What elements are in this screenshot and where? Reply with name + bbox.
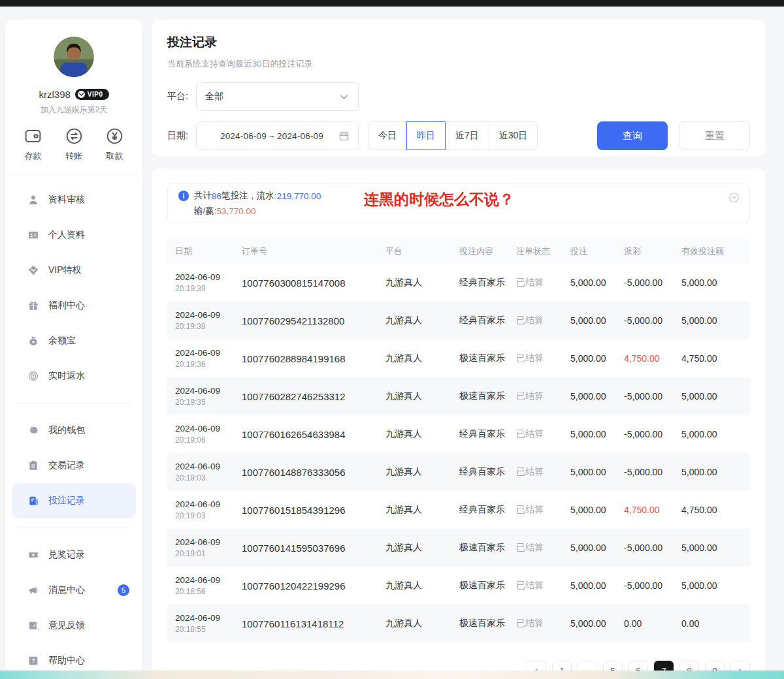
sidebar-item-profile-audit[interactable]: 资料审核 bbox=[12, 182, 136, 217]
cell-platform: 九游真人 bbox=[378, 580, 451, 592]
column-header: 有效投注额 bbox=[674, 245, 750, 257]
action-label: 存款 bbox=[25, 150, 42, 162]
sidebar-item-label: 资料审核 bbox=[48, 194, 85, 206]
table-row: 2024-06-0920:19:381007760295421132800九游真… bbox=[167, 302, 750, 340]
unread-badge: 5 bbox=[118, 584, 129, 596]
cell-bet-content: 经典百家乐 bbox=[451, 466, 508, 478]
table-row: 2024-06-0920:19:031007760148876333056九游真… bbox=[167, 453, 750, 491]
winloss-value: 53,770.00 bbox=[217, 206, 256, 216]
withdraw-button[interactable]: 取款 bbox=[105, 127, 124, 162]
quick-last30-button[interactable]: 近30日 bbox=[489, 121, 538, 150]
cell-status: 已结算 bbox=[508, 580, 563, 592]
cell-valid-bet: 0.00 bbox=[674, 618, 750, 629]
cell-payout: -5,000.00 bbox=[616, 580, 674, 591]
sidebar-item-label: 实时返水 bbox=[48, 370, 85, 382]
platform-select-value: 全部 bbox=[205, 91, 338, 103]
sidebar-item-bet-records[interactable]: 投注记录 bbox=[12, 483, 136, 518]
transfer-button[interactable]: 转账 bbox=[65, 127, 84, 162]
cell-date: 2024-06-0920:19:03 bbox=[167, 462, 234, 482]
vip-icon bbox=[27, 264, 39, 276]
avatar[interactable] bbox=[54, 37, 94, 77]
sidebar-item-label: 我的钱包 bbox=[48, 424, 85, 436]
cell-order-number: 1007760116131418112 bbox=[234, 618, 378, 629]
cell-order-number: 1007760288984199168 bbox=[234, 353, 378, 364]
deposit-icon bbox=[24, 127, 42, 146]
top-black-bar bbox=[0, 0, 784, 7]
cell-valid-bet: 4,750.00 bbox=[674, 505, 750, 515]
quick-last7-button[interactable]: 近7日 bbox=[445, 121, 489, 150]
cell-order-number: 1007760141595037696 bbox=[234, 543, 378, 554]
sidebar-item-redeem-records[interactable]: 兑奖记录 bbox=[12, 537, 136, 573]
cell-platform: 九游真人 bbox=[378, 353, 451, 364]
sidebar-item-label: 帮助中心 bbox=[48, 655, 85, 667]
user-audit-icon bbox=[27, 194, 39, 206]
cell-bet-amount: 5,000.00 bbox=[563, 277, 616, 288]
cell-order-number: 1007760162654633984 bbox=[234, 429, 378, 440]
transfer-icon bbox=[65, 127, 84, 146]
cell-date: 2024-06-0920:19:03 bbox=[167, 499, 234, 520]
table-header-row: 日期订单号平台投注内容注单状态投注派彩有效投注额 bbox=[167, 239, 750, 264]
column-header: 注单状态 bbox=[508, 245, 563, 257]
quick-today-button[interactable]: 今日 bbox=[368, 121, 407, 150]
sidebar-item-feedback[interactable]: 意见反馈 bbox=[12, 608, 136, 643]
info-icon: i bbox=[178, 191, 189, 201]
feedback-icon bbox=[27, 620, 39, 631]
platform-label: 平台: bbox=[167, 91, 196, 103]
table-row: 2024-06-0920:18:561007760120422199296九游真… bbox=[167, 567, 750, 605]
sidebar-item-label: 投注记录 bbox=[48, 495, 85, 507]
divider bbox=[17, 528, 131, 528]
cell-platform: 九游真人 bbox=[378, 315, 451, 326]
collapse-icon[interactable] bbox=[728, 191, 740, 204]
sidebar-item-vip-privilege[interactable]: VIP特权 bbox=[12, 253, 136, 288]
summary-count: 86 bbox=[212, 191, 221, 201]
cell-payout: -5,000.00 bbox=[616, 315, 674, 326]
cell-status: 已结算 bbox=[508, 504, 563, 516]
sidebar-item-personal-info[interactable]: 个人资料 bbox=[12, 217, 136, 253]
bottom-strip bbox=[0, 671, 784, 679]
cell-status: 已结算 bbox=[508, 390, 563, 402]
join-days-text: 加入九游娱乐第2天 bbox=[5, 104, 142, 116]
cell-payout: 4,750.00 bbox=[616, 505, 674, 515]
cell-bet-amount: 5,000.00 bbox=[563, 467, 616, 477]
column-header: 派彩 bbox=[616, 245, 674, 257]
bets-icon bbox=[27, 495, 39, 507]
cell-platform: 九游真人 bbox=[378, 542, 451, 554]
table-body: 2024-06-0920:19:391007760300815147008九游真… bbox=[167, 264, 750, 642]
action-label: 转账 bbox=[65, 150, 82, 162]
cell-bet-amount: 5,000.00 bbox=[563, 429, 616, 439]
table-row: 2024-06-0920:19:011007760141595037696九游真… bbox=[167, 529, 750, 567]
wallet-icon bbox=[27, 424, 39, 436]
date-range-input[interactable]: 2024-06-09 ~ 2024-06-09 bbox=[196, 121, 359, 150]
sidebar-item-realtime-rebate[interactable]: 实时返水 bbox=[12, 358, 136, 394]
cell-order-number: 1007760282746253312 bbox=[234, 391, 378, 402]
cell-payout: -5,000.00 bbox=[616, 277, 674, 288]
quick-yesterday-button[interactable]: 昨日 bbox=[406, 121, 446, 150]
sidebar-item-label: 兑奖记录 bbox=[48, 549, 85, 561]
svg-text:?: ? bbox=[31, 657, 35, 664]
cell-bet-content: 极速百家乐 bbox=[451, 618, 508, 629]
summary-turnover: 219,770.00 bbox=[277, 191, 321, 201]
platform-select[interactable]: 全部 bbox=[196, 82, 359, 111]
sidebar-item-my-wallet[interactable]: 我的钱包 bbox=[12, 413, 136, 448]
winloss-label: 输/赢: bbox=[194, 205, 217, 217]
search-button[interactable]: 查询 bbox=[597, 121, 668, 150]
page-subtitle: 当前系统支持查询最近30日的投注记录 bbox=[167, 58, 750, 70]
gift-icon bbox=[27, 300, 39, 311]
cell-order-number: 1007760151854391296 bbox=[234, 505, 378, 516]
sidebar-item-transaction-records[interactable]: 交易记录 bbox=[12, 448, 136, 483]
deposit-button[interactable]: 存款 bbox=[24, 127, 42, 162]
summary-prefix: 共计 bbox=[194, 190, 212, 202]
cell-bet-amount: 5,000.00 bbox=[563, 543, 616, 553]
cell-bet-content: 极速百家乐 bbox=[451, 353, 508, 364]
column-header: 订单号 bbox=[234, 245, 378, 257]
sidebar-item-yuebao[interactable]: 余额宝 bbox=[12, 323, 136, 358]
reset-button[interactable]: 重置 bbox=[679, 121, 750, 150]
chevron-down-icon bbox=[338, 91, 350, 103]
cell-status: 已结算 bbox=[508, 353, 563, 364]
column-header: 平台 bbox=[378, 245, 451, 257]
cell-bet-amount: 5,000.00 bbox=[563, 353, 616, 364]
sidebar-item-message-center[interactable]: 消息中心5 bbox=[12, 573, 136, 608]
cell-status: 已结算 bbox=[508, 466, 563, 478]
sidebar-item-welfare-center[interactable]: 福利中心 bbox=[12, 288, 136, 323]
cell-bet-content: 经典百家乐 bbox=[451, 277, 508, 289]
